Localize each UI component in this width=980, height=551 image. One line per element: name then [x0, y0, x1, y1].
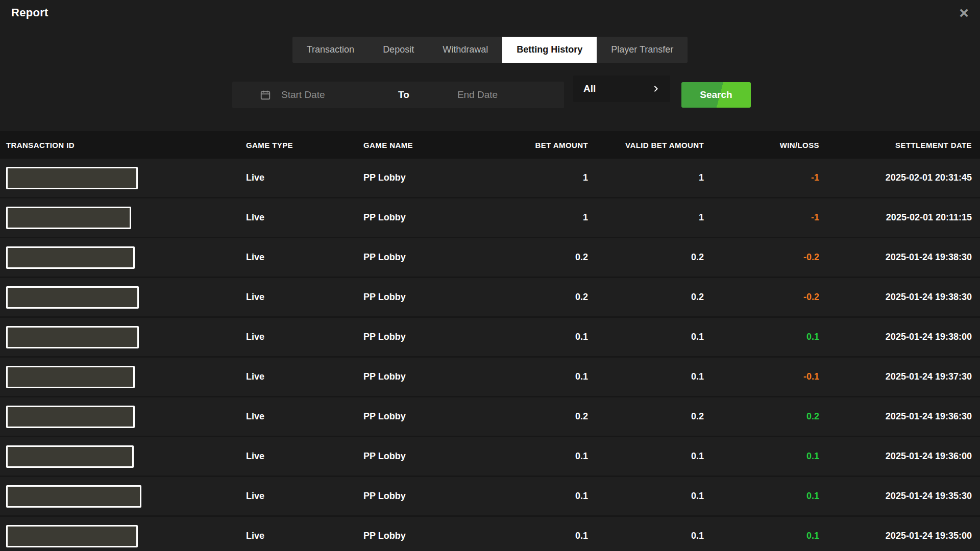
game-type-cell: Live [240, 252, 357, 263]
game-name-cell: PP Lobby [357, 332, 521, 342]
win-loss-cell: 0.2 [704, 411, 819, 422]
close-icon[interactable]: × [959, 6, 969, 19]
transaction-id-cell [0, 286, 240, 309]
table-row[interactable]: Live PP Lobby 0.2 0.2 -0.2 2025-01-24 19… [0, 238, 980, 278]
start-date-input[interactable]: Start Date [274, 89, 386, 101]
game-type-cell: Live [240, 411, 357, 422]
settlement-date-cell: 2025-01-24 19:36:00 [819, 451, 980, 462]
table-row[interactable]: Live PP Lobby 0.1 0.1 0.1 2025-01-24 19:… [0, 517, 980, 551]
table-row[interactable]: Live PP Lobby 0.1 0.1 -0.1 2025-01-24 19… [0, 358, 980, 397]
settlement-date-cell: 2025-01-24 19:38:30 [819, 252, 980, 263]
win-loss-cell: -0.1 [704, 371, 819, 382]
transaction-id-cell [0, 406, 240, 428]
bet-amount-cell: 0.2 [521, 292, 588, 303]
table-row[interactable]: Live PP Lobby 0.2 0.2 0.2 2025-01-24 19:… [0, 397, 980, 437]
win-loss-cell: -1 [704, 172, 819, 183]
tab-transaction[interactable]: Transaction [292, 37, 369, 63]
filter-dropdown[interactable]: All [573, 76, 670, 102]
win-loss-cell: -1 [704, 212, 819, 223]
col-transaction-id: TRANSACTION ID [0, 141, 240, 149]
settlement-date-cell: 2025-02-01 20:11:15 [819, 212, 980, 223]
calendar-icon [260, 89, 271, 101]
top-bar: Report × [0, 0, 980, 27]
col-game-type: GAME TYPE [240, 141, 357, 149]
redacted-transaction-id [6, 525, 138, 547]
win-loss-cell: -0.2 [704, 252, 819, 263]
redacted-transaction-id [6, 167, 138, 189]
tab-withdrawal[interactable]: Withdrawal [428, 37, 502, 63]
transaction-id-cell [0, 326, 240, 348]
date-range-picker[interactable]: Start Date To End Date [232, 82, 564, 108]
search-button[interactable]: Search [681, 82, 751, 108]
settlement-date-cell: 2025-01-24 19:36:30 [819, 411, 980, 422]
tab-betting-history[interactable]: Betting History [502, 37, 597, 63]
page-title: Report [11, 6, 48, 19]
col-bet-amount: BET AMOUNT [521, 141, 588, 149]
win-loss-cell: -0.2 [704, 292, 819, 303]
settlement-date-cell: 2025-02-01 20:31:45 [819, 172, 980, 183]
bet-amount-cell: 0.1 [521, 531, 588, 541]
bet-amount-cell: 0.1 [521, 451, 588, 462]
bet-amount-cell: 1 [521, 212, 588, 223]
settlement-date-cell: 2025-01-24 19:35:00 [819, 531, 980, 541]
table-row[interactable]: Live PP Lobby 0.2 0.2 -0.2 2025-01-24 19… [0, 278, 980, 318]
redacted-transaction-id [6, 207, 131, 229]
table-row[interactable]: Live PP Lobby 1 1 -1 2025-02-01 20:11:15 [0, 198, 980, 238]
col-game-name: GAME NAME [357, 141, 521, 149]
col-win-loss: WIN/LOSS [704, 141, 819, 149]
valid-bet-amount-cell: 0.2 [588, 292, 704, 303]
transaction-id-cell [0, 246, 240, 269]
col-settlement-date: SETTLEMENT DATE [819, 141, 980, 149]
valid-bet-amount-cell: 0.2 [588, 252, 704, 263]
table-row[interactable]: Live PP Lobby 0.1 0.1 0.1 2025-01-24 19:… [0, 318, 980, 358]
table-row[interactable]: Live PP Lobby 0.1 0.1 0.1 2025-01-24 19:… [0, 477, 980, 517]
win-loss-cell: 0.1 [704, 332, 819, 342]
col-valid-bet-amount: VALID BET AMOUNT [588, 141, 704, 149]
transaction-id-cell [0, 485, 240, 508]
game-type-cell: Live [240, 332, 357, 342]
transaction-id-cell [0, 525, 240, 547]
tabs-row: TransactionDepositWithdrawalBetting Hist… [0, 37, 980, 63]
bet-amount-cell: 0.1 [521, 491, 588, 502]
valid-bet-amount-cell: 1 [588, 212, 704, 223]
valid-bet-amount-cell: 0.2 [588, 411, 704, 422]
transaction-id-cell [0, 445, 240, 468]
game-name-cell: PP Lobby [357, 172, 521, 183]
valid-bet-amount-cell: 0.1 [588, 451, 704, 462]
game-type-cell: Live [240, 531, 357, 541]
betting-history-table: TRANSACTION ID GAME TYPE GAME NAME BET A… [0, 131, 980, 551]
end-date-input[interactable]: End Date [422, 89, 533, 101]
tab-deposit[interactable]: Deposit [369, 37, 428, 63]
bet-amount-cell: 0.1 [521, 332, 588, 342]
redacted-transaction-id [6, 406, 135, 428]
transaction-id-cell [0, 207, 240, 229]
bet-amount-cell: 0.2 [521, 411, 588, 422]
settlement-date-cell: 2025-01-24 19:38:30 [819, 292, 980, 303]
game-name-cell: PP Lobby [357, 531, 521, 541]
redacted-transaction-id [6, 485, 141, 508]
settlement-date-cell: 2025-01-24 19:37:30 [819, 371, 980, 382]
filter-dropdown-value: All [583, 83, 596, 94]
valid-bet-amount-cell: 0.1 [588, 531, 704, 541]
game-name-cell: PP Lobby [357, 212, 521, 223]
chevron-right-icon [652, 85, 660, 93]
settlement-date-cell: 2025-01-24 19:38:00 [819, 332, 980, 342]
game-name-cell: PP Lobby [357, 491, 521, 502]
table-header: TRANSACTION ID GAME TYPE GAME NAME BET A… [0, 131, 980, 159]
game-name-cell: PP Lobby [357, 371, 521, 382]
table-body: Live PP Lobby 1 1 -1 2025-02-01 20:31:45… [0, 159, 980, 551]
game-type-cell: Live [240, 491, 357, 502]
win-loss-cell: 0.1 [704, 451, 819, 462]
bet-amount-cell: 1 [521, 172, 588, 183]
filters-row: Start Date To End Date All Search [232, 82, 751, 108]
redacted-transaction-id [6, 326, 139, 348]
tab-player-transfer[interactable]: Player Transfer [597, 37, 688, 63]
settlement-date-cell: 2025-01-24 19:35:30 [819, 491, 980, 502]
table-row[interactable]: Live PP Lobby 0.1 0.1 0.1 2025-01-24 19:… [0, 437, 980, 477]
game-name-cell: PP Lobby [357, 411, 521, 422]
win-loss-cell: 0.1 [704, 531, 819, 541]
game-type-cell: Live [240, 451, 357, 462]
table-row[interactable]: Live PP Lobby 1 1 -1 2025-02-01 20:31:45 [0, 159, 980, 198]
redacted-transaction-id [6, 286, 139, 309]
redacted-transaction-id [6, 366, 135, 388]
